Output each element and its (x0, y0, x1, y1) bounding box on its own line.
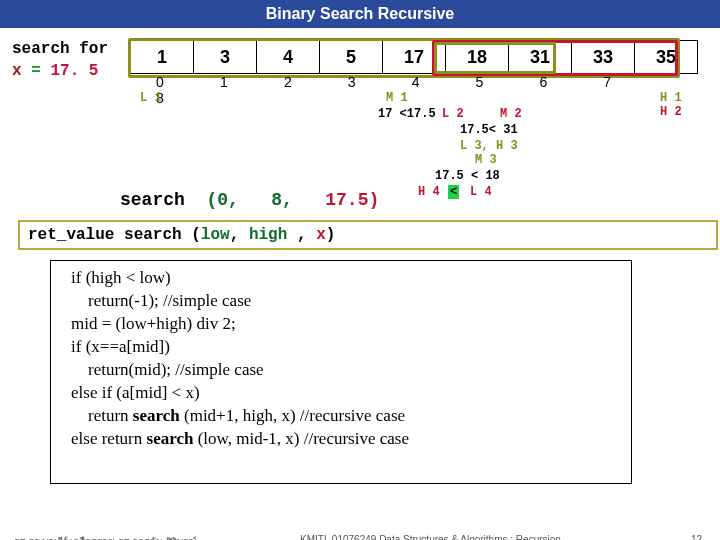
title-bar: Binary Search Recursive (0, 0, 720, 28)
idx-0: 0 (130, 74, 190, 90)
x-value: 17. 5 (50, 62, 98, 80)
code-l8a: else return (71, 429, 147, 448)
idx-3: 3 (322, 74, 382, 90)
cmp-2: 17.5< 31 (460, 124, 518, 137)
search-call: search (0, 8, 17.5) (120, 190, 379, 210)
code-l8b: search (147, 429, 194, 448)
label-L4: L 4 (470, 186, 492, 199)
code-l4: if (x==a[mid]) (71, 336, 621, 359)
idx-5: 5 (449, 74, 509, 90)
ret-fn: search (124, 226, 182, 244)
cmp-3: 17.5 < 18 (435, 170, 500, 183)
ret-low: low (201, 226, 230, 244)
pseudocode-box: if (high < low) return(-1); //simple cas… (50, 260, 632, 484)
x-assignment: x = 17. 5 (12, 62, 98, 80)
index-row: 0 1 2 3 4 5 6 7 8 (130, 74, 690, 106)
footer-left: รศ.ดร.บุญธีร์ เครือตราชู รศ.กฤตวัน ศิริบ… (14, 534, 197, 540)
code-l6: else if (a[mid] < x) (71, 382, 621, 405)
x-symbol: x (12, 62, 22, 80)
code-l7a: return (71, 406, 133, 425)
ret-open: ( (191, 226, 201, 244)
footer-center: KMITL 01076249 Data Structures & Algorit… (300, 534, 561, 540)
label-H4: H 4 (418, 186, 440, 199)
label-H1: H 1 (660, 92, 682, 105)
search-for-label: search for (12, 40, 108, 58)
call-fn: search (120, 190, 185, 210)
ret-high: high (249, 226, 287, 244)
code-l7: return search (mid+1, high, x) //recursi… (71, 405, 621, 428)
label-M2: M 2 (500, 108, 522, 121)
idx-2: 2 (258, 74, 318, 90)
return-signature: ret_value search (low, high , x) (18, 220, 718, 250)
code-l7b: search (133, 406, 180, 425)
range-box-3 (434, 42, 556, 74)
label-L3H3: L 3, H 3 (460, 140, 518, 153)
code-l7c: (mid+1, high, x) //recursive case (180, 406, 405, 425)
lt-highlight: < (448, 185, 459, 199)
ret-c2: , (297, 226, 307, 244)
ret-close: ) (326, 226, 336, 244)
code-l5: return(mid); //simple case (71, 359, 621, 382)
equals-sign: = (31, 62, 41, 80)
label-L2: L 2 (442, 108, 464, 121)
code-l8: else return search (low, mid-1, x) //rec… (71, 428, 621, 451)
footer-page: 12 (691, 534, 702, 540)
idx-6: 6 (513, 74, 573, 90)
call-arg2: 8, (271, 190, 293, 210)
ret-lhs: ret_value (28, 226, 114, 244)
idx-4: 4 (386, 74, 446, 90)
code-l8c: (low, mid-1, x) //recursive case (193, 429, 409, 448)
call-arg1: (0, (206, 190, 238, 210)
idx-7: 7 (577, 74, 637, 90)
code-l1: if (high < low) (71, 267, 621, 290)
idx-1: 1 (194, 74, 254, 90)
label-L1: L 1 (140, 92, 162, 105)
ret-x: x (316, 226, 326, 244)
page-title: Binary Search Recursive (266, 5, 455, 22)
lt-box: < (448, 186, 459, 199)
cmp-1: 17 <17.5 (378, 108, 436, 121)
ret-c1: , (230, 226, 240, 244)
label-M3: M 3 (475, 154, 497, 167)
call-arg3: 17.5) (325, 190, 379, 210)
label-H2: H 2 (660, 106, 682, 119)
code-l3: mid = (low+high) div 2; (71, 313, 621, 336)
code-l2: return(-1); //simple case (71, 290, 621, 313)
label-M1: M 1 (386, 92, 408, 105)
